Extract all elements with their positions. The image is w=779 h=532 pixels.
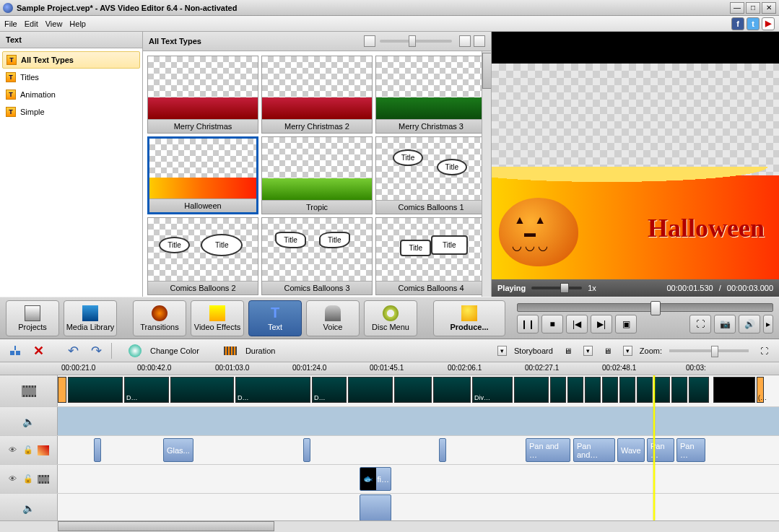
next-button[interactable]: ▶| [591, 315, 612, 333]
thumb-comics-1[interactable]: TitleTitleComics Balloons 1 [375, 136, 487, 214]
category-simple[interactable]: TSimple [0, 103, 142, 121]
preview-display[interactable]: Halloween [492, 64, 779, 279]
thumb-label: Tropic [262, 200, 372, 214]
transitions-button[interactable]: Transitions [133, 300, 186, 336]
disc-menu-button[interactable]: Disc Menu [364, 300, 417, 336]
category-animation[interactable]: TAnimation [0, 86, 142, 103]
video-effects-button[interactable]: Video Effects [191, 300, 244, 336]
mute-button[interactable]: 🔊 [739, 315, 760, 333]
library-panel: All Text Types Merry Christmas Merry Chr… [143, 32, 492, 297]
thumb-list-button[interactable] [474, 35, 485, 47]
library-grid: Merry Christmas Merry Christmas 2 Merry … [143, 51, 491, 297]
fit-button[interactable]: ⛶ [756, 343, 772, 359]
menubar: File Edit View Help f t ▶ [0, 16, 779, 32]
thumb-merry-christmas-3[interactable]: Merry Christmas 3 [375, 56, 487, 134]
timeline-scrollbar[interactable] [0, 520, 779, 532]
color-icon [129, 344, 142, 357]
eye-icon[interactable]: 👁 [9, 445, 19, 455]
media-icon [82, 305, 98, 321]
close-button[interactable]: ✕ [762, 2, 776, 14]
view-mode-dropdown[interactable]: ▾ [497, 346, 507, 356]
transitions-icon [152, 305, 167, 321]
thumb-small-button[interactable] [364, 35, 375, 47]
category-titles[interactable]: TTitles [0, 69, 142, 86]
thumb-halloween[interactable]: Halloween [147, 136, 258, 214]
thumb-comics-2[interactable]: TitleTitleComics Balloons 2 [147, 217, 258, 295]
thumb-merry-christmas[interactable]: Merry Christmas [147, 56, 258, 134]
undo-button[interactable]: ↶ [65, 343, 81, 359]
text-button[interactable]: TText [248, 300, 302, 336]
thumb-label: Comics Balloons 2 [148, 281, 258, 295]
lock-icon[interactable]: 🔓 [23, 445, 33, 455]
redo-button[interactable]: ↷ [88, 343, 104, 359]
menu-help[interactable]: Help [69, 19, 86, 28]
thumb-label: Comics Balloons 1 [376, 200, 486, 214]
maximize-button[interactable]: □ [746, 2, 760, 14]
thumb-large-button[interactable] [459, 35, 471, 47]
timeline-ruler[interactable]: 00:00:21.0 00:00:42.0 00:01:03.0 00:01:2… [0, 362, 779, 375]
snapshot-button[interactable]: 📷 [714, 315, 736, 333]
category-label: Simple [20, 108, 45, 116]
storyboard-label[interactable]: Storyboard [514, 346, 553, 355]
eye-icon[interactable]: 👁 [9, 474, 19, 484]
duration-label[interactable]: Duration [245, 346, 276, 355]
preview-device-button[interactable]: 🖥 [560, 343, 576, 359]
thumb-tropic[interactable]: Tropic [261, 136, 373, 214]
preview-state: Playing [497, 284, 526, 292]
app-icon [3, 3, 13, 13]
video-track-body[interactable]: D… D… D… Div… (… [58, 375, 779, 406]
change-color-label[interactable]: Change Color [150, 346, 199, 355]
monitor-button[interactable]: 🖥 [600, 343, 616, 359]
category-all-text-types[interactable]: TAll Text Types [2, 51, 140, 69]
preview-letterbox [492, 32, 779, 64]
voice-button[interactable]: Voice [306, 300, 360, 336]
volume-menu-button[interactable]: ▸ [763, 315, 773, 333]
thumb-label: Merry Christmas 2 [262, 119, 372, 133]
bubble-icon: Title [400, 240, 431, 256]
thumb-comics-3[interactable]: TitleTitleComics Balloons 3 [261, 217, 373, 295]
preview-speed-slider[interactable] [531, 287, 582, 289]
effects-track: 👁🔓 Glas... Pan and … Pan and… Wave Pan …… [0, 436, 779, 465]
zoom-slider[interactable] [669, 349, 749, 352]
thumb-comics-4[interactable]: TitleTitleComics Balloons 4 [375, 217, 487, 295]
lock-icon[interactable]: 🔓 [23, 474, 33, 484]
twitter-icon[interactable]: t [747, 17, 760, 30]
delete-button[interactable]: ✕ [30, 343, 46, 359]
preview-device-dropdown[interactable]: ▾ [583, 346, 593, 356]
menu-view[interactable]: View [45, 19, 63, 28]
bubble-icon: Title [431, 235, 468, 255]
mark-button[interactable]: ▣ [615, 315, 637, 333]
pause-button[interactable]: ❙❙ [517, 315, 539, 333]
monitor-dropdown[interactable]: ▾ [623, 346, 632, 356]
category-panel: Text TAll Text Types TTitles TAnimation … [0, 32, 143, 297]
preview-speed: 1x [588, 284, 596, 292]
stop-button[interactable]: ■ [541, 315, 563, 333]
projects-button[interactable]: Projects [6, 300, 59, 336]
split-button[interactable] [7, 343, 23, 359]
facebook-icon[interactable]: f [731, 17, 744, 30]
effects-track-body[interactable]: Glas... Pan and … Pan and… Wave Pan … Pa… [58, 436, 779, 464]
bubble-icon: Title [275, 232, 306, 248]
duration-button[interactable] [222, 343, 238, 359]
fullscreen-button[interactable]: ⛶ [689, 315, 711, 333]
audio-track-body[interactable] [58, 407, 779, 435]
text-icon: T [267, 305, 283, 321]
preview-panel: Halloween Playing 1x 00:00:01.530 / 00:0… [492, 32, 779, 297]
library-scrollbar[interactable] [482, 51, 491, 297]
youtube-icon[interactable]: ▶ [762, 17, 775, 30]
menu-edit[interactable]: Edit [25, 19, 38, 28]
minimize-button[interactable]: — [730, 2, 744, 14]
overlay-audio-body[interactable] [58, 494, 779, 520]
produce-button[interactable]: Produce... [433, 300, 505, 336]
media-library-button[interactable]: Media Library [64, 300, 117, 336]
titlebar: Sample Project.vep* - AVS Video Editor 6… [0, 0, 779, 16]
overlay-track-body[interactable]: 🐟fi… [58, 465, 779, 493]
change-color-button[interactable] [127, 343, 143, 359]
menu-file[interactable]: File [4, 19, 17, 28]
prev-button[interactable]: |◀ [566, 315, 588, 333]
seek-slider[interactable] [517, 303, 773, 312]
thumb-zoom-slider[interactable] [380, 40, 452, 43]
playhead[interactable] [653, 375, 655, 520]
thumb-merry-christmas-2[interactable]: Merry Christmas 2 [261, 56, 373, 134]
produce-icon [461, 305, 477, 321]
